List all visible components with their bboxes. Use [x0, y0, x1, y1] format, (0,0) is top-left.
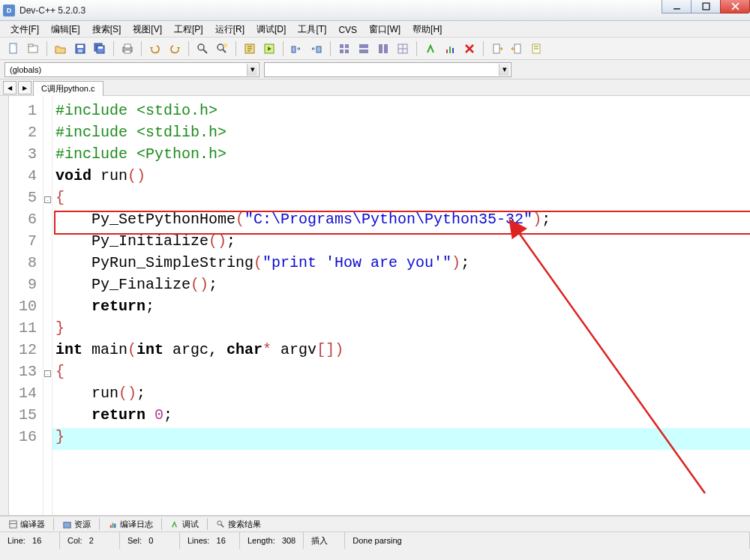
grid4-button[interactable] [394, 40, 412, 58]
fold-marker[interactable]: - [44, 189, 52, 211]
save-all-button[interactable] [91, 40, 109, 58]
minimize-button[interactable] [662, 0, 692, 13]
bottom-tab[interactable]: 编译日志 [103, 517, 158, 532]
code-line[interactable]: Py_Initialize(); [52, 232, 750, 254]
svg-rect-47 [10, 520, 16, 527]
combo-bar: (globals) ▾ ▾ [0, 60, 750, 79]
app-icon: D [3, 4, 15, 16]
fold-marker [44, 167, 52, 189]
fold-marker [44, 211, 52, 232]
menu-item[interactable]: 文件[F] [4, 22, 45, 37]
menu-item[interactable]: 工具[T] [292, 22, 332, 37]
line-number: 16 [9, 428, 43, 450]
grid1-button[interactable] [335, 40, 353, 58]
find-button[interactable] [194, 40, 212, 58]
menu-item[interactable]: 运行[R] [209, 22, 250, 37]
goto-button[interactable] [488, 40, 506, 58]
save-button[interactable] [71, 40, 89, 58]
open-button[interactable] [52, 40, 70, 58]
print-button[interactable] [118, 40, 136, 58]
status-col: Col: 2 [60, 532, 120, 549]
editor[interactable]: 12345678910111213141516 -- #include <std… [0, 96, 750, 516]
bottom-tab[interactable]: 资源 [57, 517, 96, 532]
new-project-button[interactable] [24, 40, 42, 58]
symbol-combo[interactable]: ▾ [264, 62, 512, 77]
step-button[interactable] [508, 40, 526, 58]
svg-rect-12 [98, 46, 103, 49]
bottom-tabstrip: 编译器资源编译日志调试搜索结果 [0, 516, 750, 532]
menu-item[interactable]: CVS [332, 23, 363, 37]
fold-marker [44, 102, 52, 124]
bottom-tab[interactable]: 编译器 [3, 517, 50, 532]
code-line[interactable]: PyRun_SimpleString("print 'How are you'"… [52, 254, 750, 276]
svg-point-16 [198, 44, 204, 50]
svg-rect-52 [114, 523, 116, 528]
svg-point-18 [218, 44, 224, 50]
code-line[interactable]: #include <Python.h> [52, 145, 750, 167]
menu-item[interactable]: 窗口[W] [363, 22, 406, 37]
line-number: 1 [9, 102, 43, 124]
line-number: 6 [9, 211, 43, 232]
tab-icon [108, 520, 118, 529]
stop-button[interactable] [460, 40, 478, 58]
code-line[interactable]: } [52, 428, 750, 450]
code-line[interactable]: } [52, 319, 750, 341]
code-line[interactable]: return; [52, 298, 750, 319]
code-area[interactable]: #include <stdio.h>#include <stdlib.h>#in… [52, 96, 750, 515]
debug-button[interactable] [422, 40, 440, 58]
bookmark-button[interactable] [527, 40, 545, 58]
code-line[interactable]: int main(int argc, char* argv[]) [52, 341, 750, 363]
profile-button[interactable] [441, 40, 459, 58]
bottom-tab[interactable]: 调试 [165, 517, 204, 532]
fold-marker [44, 385, 52, 406]
grid3-button[interactable] [374, 40, 392, 58]
compile-button[interactable] [241, 40, 259, 58]
code-line[interactable]: #include <stdio.h> [52, 102, 750, 124]
tab-prev-button[interactable]: ◀ [3, 81, 16, 94]
tab-icon [62, 520, 72, 529]
bottom-tab[interactable]: 搜索结果 [211, 517, 266, 532]
menu-item[interactable]: 帮助[H] [406, 22, 448, 37]
close-button[interactable] [720, 0, 750, 13]
code-line[interactable]: Py_SetPythonHome("C:\Programs\Python\Pyt… [52, 211, 750, 232]
svg-rect-25 [340, 44, 344, 48]
code-line[interactable]: void run() [52, 167, 750, 189]
maximize-button[interactable] [691, 0, 721, 13]
code-line[interactable]: return 0; [52, 406, 750, 428]
compile-run-button[interactable] [288, 40, 306, 58]
fold-marker [44, 254, 52, 276]
menu-item[interactable]: 工程[P] [168, 22, 209, 37]
svg-line-19 [223, 49, 226, 52]
status-parse: Done parsing [345, 532, 750, 549]
menu-item[interactable]: 编辑[E] [45, 22, 86, 37]
menubar: 文件[F]编辑[E]搜索[S]视图[V]工程[P]运行[R]调试[D]工具[T]… [0, 21, 750, 37]
code-line[interactable]: run(); [52, 385, 750, 406]
new-file-button[interactable] [4, 40, 22, 58]
menu-item[interactable]: 搜索[S] [86, 22, 128, 37]
tab-next-button[interactable]: ▶ [18, 81, 32, 94]
menu-item[interactable]: 视图[V] [127, 22, 168, 37]
code-line[interactable]: { [52, 189, 750, 211]
marker-margin [0, 96, 9, 515]
fold-marker[interactable]: - [44, 363, 52, 385]
titlebar: D Dev-C++ 5.2.0.3 [0, 0, 750, 21]
code-line[interactable]: Py_Finalize(); [52, 276, 750, 298]
svg-rect-23 [292, 46, 296, 52]
code-line[interactable]: #include <stdlib.h> [52, 124, 750, 145]
grid2-button[interactable] [355, 40, 373, 58]
file-tab[interactable]: C调用python.c [33, 81, 104, 96]
scope-combo[interactable]: (globals) ▾ [4, 62, 260, 77]
svg-rect-15 [124, 50, 130, 53]
rebuild-button[interactable] [308, 40, 326, 58]
tab-icon [216, 520, 226, 529]
replace-button[interactable] [213, 40, 231, 58]
undo-button[interactable] [146, 40, 164, 58]
menu-item[interactable]: 调试[D] [250, 22, 292, 37]
fold-marker [44, 428, 52, 450]
line-number: 13 [9, 363, 43, 385]
line-number: 3 [9, 145, 43, 167]
svg-rect-20 [224, 43, 227, 47]
redo-button[interactable] [166, 40, 184, 58]
code-line[interactable]: { [52, 363, 750, 385]
run-button[interactable] [260, 40, 278, 58]
